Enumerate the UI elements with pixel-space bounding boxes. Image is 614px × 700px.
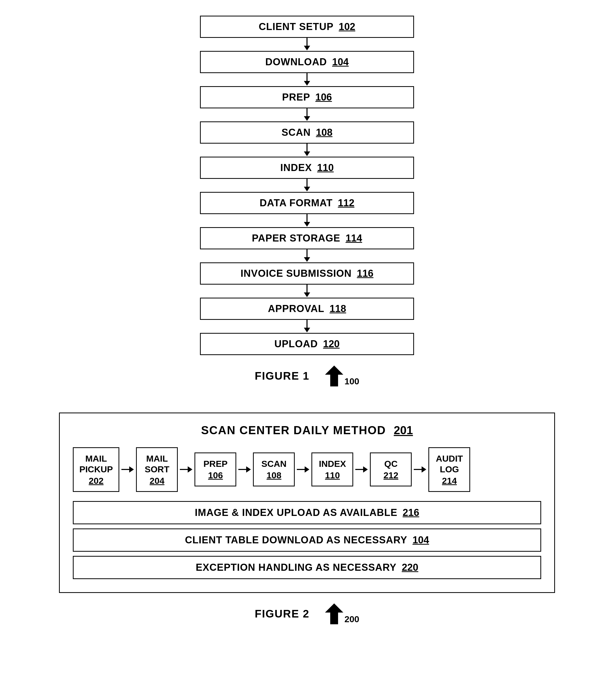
flow-arrow-4 — [304, 179, 310, 192]
flow-box-num-108: 108 — [316, 127, 332, 138]
flow-arrow-7 — [304, 285, 310, 298]
wide-box-num-220: 220 — [402, 562, 418, 573]
horiz-box-num-108: 108 — [260, 470, 288, 480]
horiz-box-num-106: 106 — [201, 470, 230, 480]
horiz-box-204: MAILSORT204 — [136, 447, 178, 492]
figure2-container: SCAN CENTER DAILY METHOD 201 MAILPICKUP2… — [10, 413, 604, 624]
horiz-arrow-3 — [297, 466, 309, 473]
horiz-arrow-2 — [238, 466, 251, 473]
up-arrow-svg-1 — [325, 365, 343, 386]
figure2-ref-num: 200 — [344, 614, 359, 624]
flow-box-num-104: 104 — [332, 57, 349, 67]
flow-box-num-110: 110 — [317, 162, 334, 173]
horiz-box-num-204: 204 — [142, 476, 171, 486]
flow-box-num-120: 120 — [323, 338, 340, 350]
flow-box-text-120: UPLOAD — [274, 338, 318, 350]
horiz-box-text-110: INDEX — [319, 459, 346, 469]
horiz-box-110: INDEX110 — [311, 452, 353, 486]
flow-arrow-6 — [304, 249, 310, 262]
flow-box-text-112: DATA FORMAT — [260, 197, 333, 209]
flow-box-num-102: 102 — [339, 21, 355, 33]
flow-arrow-1 — [304, 73, 310, 86]
figure1-label: FIGURE 1 — [255, 370, 310, 382]
wide-box-text-216: IMAGE & INDEX UPLOAD AS AVAILABLE — [195, 507, 397, 518]
horiz-box-num-202: 202 — [79, 476, 113, 486]
flow-box-num-106: 106 — [315, 92, 332, 103]
flow-box-num-112: 112 — [338, 197, 354, 209]
horiz-arrow-4 — [355, 466, 368, 473]
flow-box-108: SCAN108 — [200, 122, 414, 143]
scan-center-box: SCAN CENTER DAILY METHOD 201 MAILPICKUP2… — [59, 413, 555, 593]
figure1-ref-icon: 100 — [325, 365, 359, 386]
flow-box-102: CLIENT SETUP102 — [200, 16, 414, 38]
flow-box-text-118: APPROVAL — [268, 303, 324, 314]
horiz-box-num-214: 214 — [435, 476, 464, 486]
flow-arrow-5 — [304, 214, 310, 227]
figure1-container: CLIENT SETUP102DOWNLOAD104PREP106SCAN108… — [10, 16, 604, 386]
horiz-box-202: MAILPICKUP202 — [73, 447, 119, 492]
horiz-arrow-5 — [414, 466, 426, 473]
flow-arrow-3 — [304, 143, 310, 157]
flow-box-116: INVOICE SUBMISSION116 — [200, 262, 414, 285]
wide-box-220: EXCEPTION HANDLING AS NECESSARY220 — [73, 556, 541, 579]
scan-center-title: SCAN CENTER DAILY METHOD — [201, 424, 386, 437]
horiz-box-108: SCAN108 — [253, 452, 295, 486]
figure2-label: FIGURE 2 — [255, 608, 310, 620]
flow-arrow-2 — [304, 108, 310, 122]
flow-box-114: PAPER STORAGE114 — [200, 227, 414, 249]
flow-box-num-116: 116 — [357, 268, 373, 279]
horiz-arrow-1 — [180, 466, 192, 473]
horiz-arrow-0 — [121, 466, 134, 473]
flow-box-text-110: INDEX — [280, 162, 312, 173]
svg-marker-0 — [325, 365, 343, 386]
horiz-box-text-214: AUDIT — [436, 453, 463, 463]
wide-box-104: CLIENT TABLE DOWNLOAD AS NECESSARY104 — [73, 528, 541, 552]
figure1-ref-num: 100 — [344, 376, 359, 386]
horiz-box-text-214: LOG — [440, 464, 459, 474]
flow-arrow-0 — [304, 38, 310, 51]
horiz-box-text-108: SCAN — [261, 459, 286, 469]
figure1-label-row: FIGURE 1 100 — [255, 365, 359, 386]
wide-box-216: IMAGE & INDEX UPLOAD AS AVAILABLE216 — [73, 501, 541, 524]
horiz-flow: MAILPICKUP202MAILSORT204PREP106SCAN108IN… — [73, 447, 541, 492]
scan-center-title-row: SCAN CENTER DAILY METHOD 201 — [73, 424, 541, 437]
horiz-box-text-202: MAIL — [85, 453, 107, 463]
horiz-box-212: QC212 — [370, 452, 412, 486]
svg-marker-1 — [325, 603, 343, 624]
flow-box-112: DATA FORMAT112 — [200, 192, 414, 214]
flow-box-num-118: 118 — [329, 303, 346, 314]
horiz-box-text-106: PREP — [203, 459, 228, 469]
horiz-box-text-212: QC — [384, 459, 398, 469]
horiz-box-106: PREP106 — [195, 452, 236, 486]
flow-box-text-116: INVOICE SUBMISSION — [241, 268, 352, 279]
flow-box-106: PREP106 — [200, 86, 414, 108]
horiz-box-text-202: PICKUP — [79, 464, 113, 474]
horiz-box-num-212: 212 — [376, 470, 405, 480]
flow-box-text-108: SCAN — [281, 127, 311, 138]
flow-box-104: DOWNLOAD104 — [200, 51, 414, 73]
flow-box-text-114: PAPER STORAGE — [252, 233, 340, 244]
flow-box-118: APPROVAL118 — [200, 298, 414, 320]
flow-box-text-104: DOWNLOAD — [265, 57, 327, 67]
figure2-ref-icon: 200 — [325, 603, 359, 624]
wide-box-num-216: 216 — [403, 507, 419, 518]
wide-steps-container: IMAGE & INDEX UPLOAD AS AVAILABLE216CLIE… — [73, 501, 541, 579]
wide-box-text-104: CLIENT TABLE DOWNLOAD AS NECESSARY — [185, 535, 407, 546]
flow-arrow-8 — [304, 320, 310, 333]
flow-box-110: INDEX110 — [200, 157, 414, 179]
figure2-label-row: FIGURE 2 200 — [255, 603, 359, 624]
horiz-box-214: AUDITLOG214 — [428, 447, 470, 492]
scan-center-num: 201 — [394, 424, 413, 437]
horiz-box-num-110: 110 — [318, 470, 347, 480]
flow-box-120: UPLOAD120 — [200, 333, 414, 355]
flow-box-text-102: CLIENT SETUP — [259, 21, 333, 33]
horiz-box-text-204: SORT — [145, 464, 169, 474]
up-arrow-svg-2 — [325, 603, 343, 624]
flow-chart: CLIENT SETUP102DOWNLOAD104PREP106SCAN108… — [189, 16, 425, 355]
wide-box-num-104: 104 — [412, 535, 429, 546]
flow-box-text-106: PREP — [282, 92, 310, 103]
horiz-box-text-204: MAIL — [146, 453, 168, 463]
wide-box-text-220: EXCEPTION HANDLING AS NECESSARY — [196, 562, 397, 573]
flow-box-num-114: 114 — [346, 233, 362, 244]
